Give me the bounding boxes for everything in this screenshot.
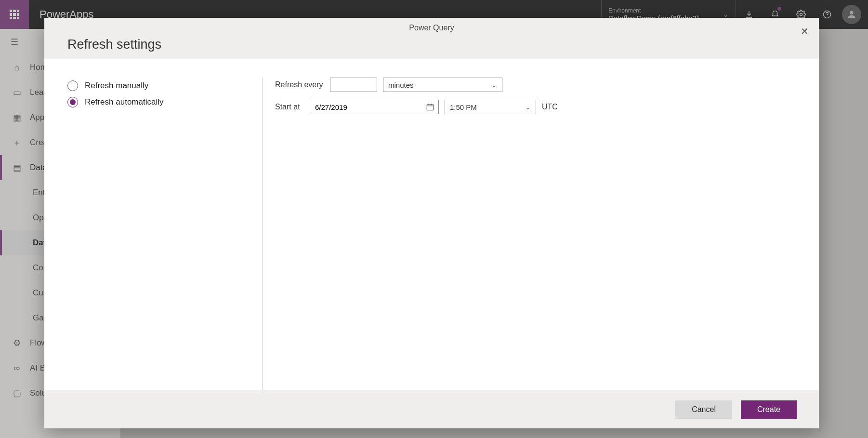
cancel-button[interactable]: Cancel [675,400,732,419]
radio-checked-icon [67,97,78,107]
chevron-down-icon: ⌄ [525,103,531,111]
start-at-row: Start at 1:50 PM ⌄ UTC [275,100,558,114]
modal-subtitle: Power Query [44,24,819,32]
refresh-every-row: Refresh every minutes ⌄ [275,78,558,92]
refresh-interval-input[interactable] [330,78,377,92]
refresh-automatically-option[interactable]: Refresh automatically [67,94,248,110]
refresh-options: Refresh manually Refresh automatically [67,78,263,390]
modal-header: Power Query Refresh settings ✕ [44,18,819,59]
option-label: Refresh automatically [85,97,163,107]
select-value: 1:50 PM [450,103,477,111]
svg-rect-2 [427,105,434,110]
create-button[interactable]: Create [741,400,797,419]
modal-close-button[interactable]: ✕ [798,25,811,38]
select-value: minutes [388,81,414,89]
start-at-label: Start at [275,103,303,111]
start-time-select[interactable]: 1:50 PM ⌄ [445,100,536,114]
refresh-manually-option[interactable]: Refresh manually [67,78,248,94]
refresh-every-label: Refresh every [275,80,324,89]
radio-unchecked-icon [67,80,78,91]
start-date-input[interactable] [309,100,439,114]
timezone-label: UTC [542,103,558,111]
option-label: Refresh manually [85,81,148,91]
modal-body: Refresh manually Refresh automatically R… [44,59,819,390]
refresh-unit-select[interactable]: minutes ⌄ [383,78,502,92]
modal-footer: Cancel Create [44,390,819,428]
modal-title: Refresh settings [67,37,161,52]
refresh-form: Refresh every minutes ⌄ Start at 1:50 PM [263,78,558,390]
refresh-settings-modal: Power Query Refresh settings ✕ Refresh m… [44,18,819,428]
date-text-input[interactable] [315,103,411,111]
close-icon: ✕ [801,26,809,37]
calendar-icon[interactable] [426,103,434,111]
chevron-down-icon: ⌄ [491,81,497,89]
